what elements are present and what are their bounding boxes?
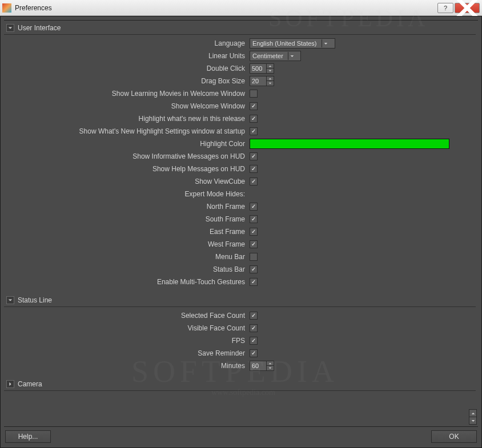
- expand-toggle-user-interface[interactable]: [6, 24, 14, 32]
- double-click-spinner[interactable]: [250, 63, 274, 74]
- linear-units-value: Centimeter: [252, 53, 286, 59]
- section-body-user-interface: Language English (United States) Linear …: [4, 35, 476, 293]
- language-dropdown[interactable]: English (United States): [250, 38, 335, 49]
- section-header-camera[interactable]: Camera: [4, 377, 476, 391]
- west-frame-checkbox[interactable]: [250, 240, 258, 248]
- section-header-user-interface[interactable]: User Interface: [4, 21, 476, 35]
- section-body-status-line: Selected Face Count Visible Face Count F…: [4, 307, 476, 377]
- minutes-spinner[interactable]: [250, 361, 274, 371]
- enable-multitouch-checkbox[interactable]: [250, 278, 258, 286]
- scroll-buttons: [469, 410, 477, 425]
- label-double-click: Double Click: [4, 64, 250, 72]
- show-learning-movies-checkbox[interactable]: [250, 90, 258, 98]
- north-frame-checkbox[interactable]: [250, 203, 258, 211]
- app-icon: [2, 3, 11, 13]
- label-fps: FPS: [4, 337, 250, 345]
- chevron-up-icon: [471, 411, 475, 415]
- label-selected-face-count: Selected Face Count: [4, 312, 250, 320]
- scroll-down-button[interactable]: [469, 417, 477, 425]
- drag-box-size-spinner[interactable]: [250, 76, 274, 86]
- label-highlight-color: Highlight Color: [4, 140, 250, 148]
- status-bar-checkbox[interactable]: [250, 265, 258, 273]
- spinner-up-icon[interactable]: [267, 361, 274, 366]
- label-visible-face-count: Visible Face Count: [4, 324, 250, 332]
- section-title-status-line: Status Line: [18, 296, 52, 304]
- label-menu-bar: Menu Bar: [4, 253, 250, 261]
- help-button[interactable]: Help...: [5, 430, 51, 443]
- show-whats-new-highlight-checkbox[interactable]: [250, 127, 258, 135]
- minutes-input[interactable]: [250, 361, 267, 371]
- highlight-color-swatch[interactable]: [250, 139, 449, 149]
- label-show-whats-new-highlight: Show What's New Highlight Settings windo…: [4, 127, 250, 135]
- show-welcome-window-checkbox[interactable]: [250, 102, 258, 110]
- chevron-right-icon: [8, 382, 13, 386]
- titlebar-buttons: ?: [436, 3, 480, 13]
- section-header-status-line[interactable]: Status Line: [4, 293, 476, 307]
- spinner-down-icon[interactable]: [267, 366, 274, 370]
- highlight-whats-new-checkbox[interactable]: [250, 115, 258, 123]
- label-language: Language: [4, 39, 250, 47]
- expand-toggle-status-line[interactable]: [6, 296, 14, 304]
- dropdown-arrow-icon: [288, 52, 296, 60]
- label-save-reminder: Save Reminder: [4, 349, 250, 357]
- language-value: English (United States): [252, 40, 319, 47]
- label-west-frame: West Frame: [4, 240, 250, 248]
- chevron-down-icon: [471, 419, 475, 423]
- dropdown-arrow-icon: [322, 39, 330, 47]
- section-title-camera: Camera: [18, 380, 42, 388]
- label-minutes: Minutes: [4, 362, 250, 370]
- linear-units-dropdown[interactable]: Centimeter: [250, 51, 301, 61]
- titlebar-help-button[interactable]: ?: [437, 3, 453, 13]
- visible-face-count-checkbox[interactable]: [250, 324, 258, 332]
- preferences-scroll[interactable]: User Interface Language English (United …: [4, 20, 478, 427]
- ok-button[interactable]: OK: [431, 430, 477, 443]
- spinner-up-icon[interactable]: [267, 64, 274, 68]
- expand-toggle-camera[interactable]: [6, 380, 14, 388]
- label-status-bar: Status Bar: [4, 265, 250, 273]
- label-show-welcome-window: Show Welcome Window: [4, 102, 250, 110]
- titlebar: Preferences ?: [0, 0, 482, 16]
- label-show-info-hud: Show Informative Messages on HUD: [4, 152, 250, 160]
- chevron-down-icon: [8, 26, 13, 30]
- spinner-down-icon[interactable]: [267, 68, 274, 73]
- fps-checkbox[interactable]: [250, 337, 258, 345]
- show-info-hud-checkbox[interactable]: [250, 152, 258, 160]
- content-area: User Interface Language English (United …: [0, 16, 482, 448]
- double-click-input[interactable]: [250, 63, 267, 74]
- section-title-user-interface: User Interface: [18, 24, 61, 32]
- label-enable-multitouch: Enable Multi-Touch Gestures: [4, 278, 250, 286]
- scroll-up-button[interactable]: [469, 409, 477, 417]
- label-expert-mode-hides: Expert Mode Hides:: [4, 190, 250, 198]
- label-show-help-hud: Show Help Messages on HUD: [4, 165, 250, 173]
- save-reminder-checkbox[interactable]: [250, 349, 258, 357]
- east-frame-checkbox[interactable]: [250, 228, 258, 236]
- label-drag-box-size: Drag Box Size: [4, 77, 250, 85]
- label-linear-units: Linear Units: [4, 52, 250, 60]
- spinner-down-icon[interactable]: [267, 81, 274, 86]
- show-viewcube-checkbox[interactable]: [250, 177, 258, 185]
- label-south-frame: South Frame: [4, 215, 250, 223]
- menu-bar-checkbox[interactable]: [250, 253, 258, 261]
- spinner-up-icon[interactable]: [267, 76, 274, 81]
- footer: Help... OK: [4, 427, 478, 444]
- label-highlight-whats-new: Highlight what's new in this release: [4, 115, 250, 123]
- show-help-hud-checkbox[interactable]: [250, 165, 258, 173]
- label-show-learning-movies: Show Learning Movies in Welcome Window: [4, 90, 250, 98]
- drag-box-size-input[interactable]: [250, 76, 267, 86]
- titlebar-close-button[interactable]: [455, 3, 480, 13]
- window-title: Preferences: [15, 4, 436, 12]
- south-frame-checkbox[interactable]: [250, 215, 258, 223]
- label-east-frame: East Frame: [4, 228, 250, 236]
- label-north-frame: North Frame: [4, 203, 250, 211]
- label-show-viewcube: Show ViewCube: [4, 177, 250, 185]
- chevron-down-icon: [8, 298, 13, 302]
- selected-face-count-checkbox[interactable]: [250, 312, 258, 320]
